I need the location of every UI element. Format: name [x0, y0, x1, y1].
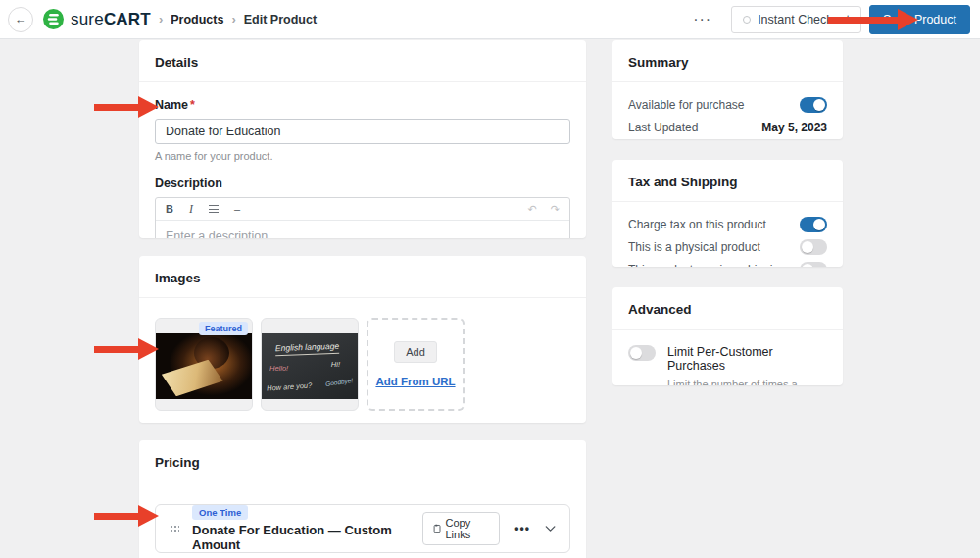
bold-icon[interactable]: B — [166, 203, 173, 215]
main-column: Details Name* A name for your product. D… — [139, 40, 586, 558]
breadcrumb-separator: › — [159, 12, 163, 26]
charge-tax-label: Charge tax on this product — [628, 218, 766, 231]
undo-icon[interactable]: ↶ — [528, 203, 537, 216]
requires-shipping-toggle[interactable] — [800, 262, 827, 268]
editor-toolbar: B I – ↶ ↷ — [156, 198, 569, 221]
summary-card: Summary Available for purchase Last Upda… — [612, 40, 843, 139]
add-from-url-link[interactable]: Add From URL — [375, 376, 455, 387]
charge-tax-toggle[interactable] — [800, 217, 827, 232]
limit-purchases-help: Limit the number of times a single custo… — [667, 378, 827, 385]
summary-title: Summary — [628, 55, 689, 70]
charge-tax-row: Charge tax on this product — [628, 216, 827, 232]
details-card-header: Details — [139, 40, 586, 82]
limit-purchases-label: Limit Per-Customer Purchases — [667, 345, 827, 373]
arrow-left-icon: ← — [15, 12, 27, 26]
save-product-label: Save Product — [883, 13, 956, 26]
save-product-button[interactable]: Save Product — [869, 5, 970, 34]
images-card-header: Images — [139, 256, 586, 298]
breadcrumb-edit-product: Edit Product — [244, 13, 317, 26]
last-updated-row: Last Updated May 5, 2023 — [628, 119, 827, 135]
physical-product-row: This is a physical product — [628, 238, 827, 255]
image-tile-featured[interactable]: Featured — [155, 318, 253, 411]
instant-checkout-label: Instant Checkout — [758, 13, 850, 26]
summary-card-header: Summary — [612, 40, 843, 82]
price-more-icon[interactable]: ••• — [514, 522, 530, 535]
one-time-badge: One Time — [192, 505, 248, 520]
topbar: ← surecart › Products › Edit Product ···… — [0, 0, 980, 39]
required-asterisk: * — [190, 98, 195, 112]
product-image-reading — [156, 333, 252, 399]
instant-checkout-icon — [743, 16, 751, 24]
pricing-card: Pricing One Time Donate For Education — … — [139, 440, 586, 558]
product-image-chalkboard: English language Hi! Hello! How are you?… — [262, 333, 358, 399]
name-help-text: A name for your product. — [155, 150, 570, 162]
images-title: Images — [155, 271, 201, 285]
details-title: Details — [155, 55, 198, 70]
name-label: Name* — [155, 98, 570, 112]
divider-icon[interactable]: – — [234, 203, 240, 215]
description-editor: B I – ↶ ↷ — [155, 197, 570, 238]
limit-purchases-row: Limit Per-Customer Purchases Limit the n… — [612, 330, 843, 385]
description-label: Description — [155, 177, 570, 190]
images-card: Images Featured English language Hi! Hel… — [139, 256, 586, 423]
chevron-down-icon[interactable] — [545, 525, 556, 533]
available-label: Available for purchase — [628, 98, 745, 112]
tax-shipping-card-header: Tax and Shipping — [612, 160, 843, 202]
pricing-card-header: Pricing — [139, 440, 586, 482]
description-input[interactable] — [156, 229, 569, 238]
redo-icon[interactable]: ↷ — [551, 203, 560, 216]
instant-checkout-button[interactable]: Instant Checkout — [731, 6, 861, 33]
last-updated-value: May 5, 2023 — [761, 121, 827, 134]
list-icon[interactable] — [209, 205, 219, 213]
drag-handle-icon[interactable] — [170, 525, 179, 533]
available-toggle[interactable] — [800, 97, 827, 113]
surecart-logo[interactable]: surecart — [43, 9, 151, 29]
featured-badge: Featured — [199, 322, 248, 335]
add-image-button[interactable]: Add — [394, 341, 437, 363]
physical-product-label: This is a physical product — [628, 240, 760, 254]
breadcrumb-separator: › — [231, 12, 235, 26]
italic-icon[interactable]: I — [189, 202, 193, 217]
image-tile-chalkboard[interactable]: English language Hi! Hello! How are you?… — [261, 318, 359, 411]
price-name: Donate For Education — Custom Amount — [192, 523, 422, 552]
available-row: Available for purchase — [628, 96, 827, 113]
advanced-card: Advanced Limit Per-Customer Purchases Li… — [612, 287, 843, 385]
advanced-title: Advanced — [628, 302, 692, 317]
advanced-card-header: Advanced — [612, 287, 843, 330]
details-card: Details Name* A name for your product. D… — [139, 40, 586, 238]
limit-purchases-toggle[interactable] — [628, 345, 656, 361]
physical-product-toggle[interactable] — [800, 239, 827, 255]
topbar-actions: ··· Instant Checkout Save Product — [685, 5, 980, 34]
sidebar-column: Summary Available for purchase Last Upda… — [612, 40, 843, 385]
breadcrumb-products[interactable]: Products — [171, 13, 223, 26]
pricing-title: Pricing — [155, 455, 200, 470]
copy-links-button[interactable]: Copy Links — [422, 512, 500, 545]
last-updated-label: Last Updated — [628, 121, 698, 134]
product-name-input[interactable] — [155, 119, 570, 144]
requires-shipping-label: This product requires shipping — [628, 263, 786, 268]
requires-shipping-row: This product requires shipping — [628, 261, 827, 267]
back-button[interactable]: ← — [8, 7, 33, 32]
more-options-icon[interactable]: ··· — [685, 7, 719, 32]
tax-shipping-card: Tax and Shipping Charge tax on this prod… — [612, 160, 843, 267]
image-tiles: Featured English language Hi! Hello! How… — [139, 298, 586, 423]
surecart-logo-icon — [43, 9, 64, 29]
add-image-tile: Add Add From URL — [367, 318, 465, 411]
tax-shipping-title: Tax and Shipping — [628, 175, 738, 189]
surecart-logo-text: surecart — [71, 10, 151, 29]
copy-icon — [432, 524, 440, 534]
price-row: One Time Donate For Education — Custom A… — [155, 504, 570, 553]
